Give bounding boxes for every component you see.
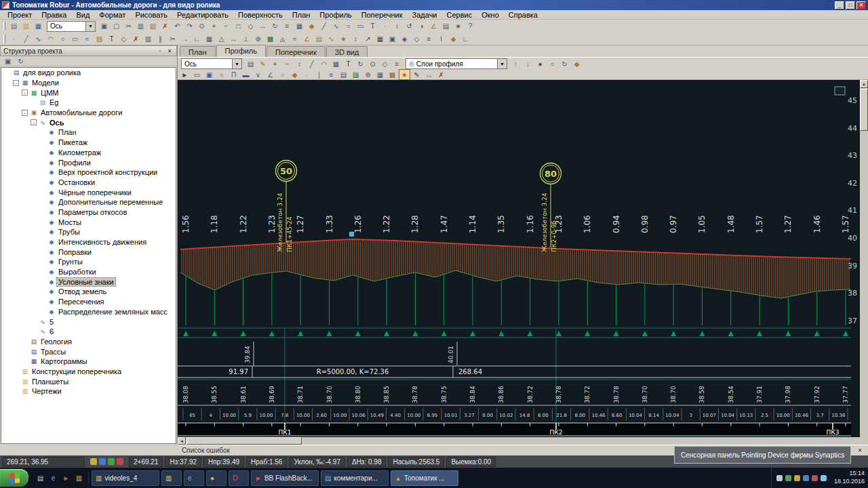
tray-icon[interactable] <box>776 475 783 481</box>
scroll-up-icon[interactable]: ▲ <box>860 80 868 88</box>
vertical-scroll-thumb[interactable] <box>860 89 868 131</box>
tree-item[interactable]: ▤ Геология <box>1 337 176 347</box>
taskbar-window-button[interactable]: ▤ комментари... <box>321 470 389 486</box>
taskbar-window-button[interactable]: ▥ <box>161 470 182 486</box>
toolbar-grip[interactable] <box>3 22 5 30</box>
start-button[interactable] <box>0 469 28 487</box>
tree-item[interactable]: ◆ Мосты <box>1 217 176 227</box>
expand-icon[interactable] <box>13 388 19 394</box>
axis-combo[interactable]: Ось <box>47 21 96 32</box>
expand-icon[interactable] <box>39 149 45 155</box>
tree-item[interactable]: ◆ Грунты <box>1 257 176 267</box>
ungroup-icon[interactable]: ◇ <box>411 33 422 44</box>
close-button[interactable]: ✕ <box>856 1 866 9</box>
tree-filter-icon[interactable]: ▣ <box>2 56 14 66</box>
point-icon[interactable]: ∙ <box>379 21 391 32</box>
leader-icon[interactable]: ↗ <box>362 33 374 44</box>
measure-icon[interactable]: ∠ <box>428 21 439 32</box>
minimize-button[interactable]: _ <box>835 1 844 9</box>
join-icon[interactable]: ⊕ <box>252 33 264 44</box>
tree-item[interactable]: ◆ Километраж <box>1 148 176 158</box>
expand-icon[interactable] <box>39 249 45 255</box>
section-icon[interactable]: ▤ <box>313 33 325 44</box>
dimension-icon[interactable]: ↕ <box>350 33 361 44</box>
menu-edit[interactable]: Правка <box>37 11 71 19</box>
expand-icon[interactable] <box>39 199 45 205</box>
stretch-icon[interactable]: ↔ <box>228 33 239 44</box>
menu-window[interactable]: Окно <box>477 11 504 19</box>
delete-icon[interactable]: ✗ <box>159 21 171 32</box>
expand-icon[interactable]: - <box>13 80 19 86</box>
expand-icon[interactable] <box>39 239 45 245</box>
ie-quick-icon[interactable]: e <box>47 472 59 483</box>
expand-icon[interactable] <box>22 359 28 365</box>
elevations-icon[interactable]: ▤ <box>338 69 349 80</box>
rotate-icon[interactable]: ↺ <box>403 21 415 32</box>
scale-icon[interactable]: △ <box>216 33 227 44</box>
kilometer-icon[interactable]: ◆ <box>289 69 300 80</box>
tree-item[interactable]: ◆ Выработки <box>1 267 176 277</box>
draw-ditch-icon[interactable]: ∨ <box>252 69 264 80</box>
profile-select-icon[interactable]: ▤ <box>245 58 256 69</box>
zoom-extents-icon[interactable]: ◇ <box>245 21 256 32</box>
settings-icon[interactable]: ∗ <box>452 21 464 32</box>
slope-icon[interactable]: ∠ <box>301 33 313 44</box>
tree-item[interactable]: ◆ Профили <box>1 157 176 167</box>
tree-item[interactable]: ▦ Картограммы <box>1 357 176 367</box>
tree-item[interactable]: ∿ 6 <box>1 327 176 337</box>
open-folder-icon[interactable]: ▥ <box>20 21 32 32</box>
contours-icon[interactable]: ≈ <box>289 33 300 44</box>
taskbar-window-button[interactable]: ▥ videoles_4 <box>92 470 159 486</box>
tree-item[interactable]: ▥ Конструкции поперечника <box>1 367 176 377</box>
tree-item[interactable]: ◆ Условные знаки <box>1 277 176 287</box>
menu-profile[interactable]: Профиль <box>315 11 357 19</box>
hide-layer-icon[interactable]: ○ <box>547 58 558 69</box>
taskbar-window-button[interactable]: e <box>184 470 204 486</box>
expand-icon[interactable] <box>39 219 45 225</box>
tree-item[interactable]: - ▣ Автомобильные дороги <box>1 108 176 118</box>
zoom-window-icon[interactable]: □ <box>233 21 244 32</box>
help-icon[interactable]: ? <box>465 21 476 32</box>
snap-toggle-icon[interactable]: ◆ <box>448 33 459 44</box>
show-all-icon[interactable]: ● <box>534 58 546 69</box>
ortho-icon[interactable]: ∟ <box>460 33 471 44</box>
tree-item[interactable]: ◆ Трубы <box>1 227 176 237</box>
node-edit-icon[interactable]: ◇ <box>118 33 130 44</box>
tree-item[interactable]: - ∿ Ось <box>1 117 176 127</box>
tree-item[interactable]: ◆ Дополнительные переменные <box>1 197 176 207</box>
select-window-icon[interactable]: ▭ <box>191 69 203 80</box>
expand-icon[interactable] <box>4 70 10 76</box>
tree-item[interactable]: ◆ План <box>1 127 176 138</box>
undo-icon[interactable]: ↶ <box>172 21 183 32</box>
horizontal-scroll-thumb[interactable] <box>186 437 302 445</box>
expand-icon[interactable] <box>39 189 45 195</box>
redo-icon[interactable]: ↷ <box>184 21 195 32</box>
expand-icon[interactable] <box>31 329 37 335</box>
taskbar-window-button[interactable]: ► BB FlashBack... <box>251 470 319 486</box>
geology-layer-icon[interactable]: ▩ <box>387 69 398 80</box>
expand-icon[interactable] <box>39 308 45 314</box>
menu-surface[interactable]: Поверхность <box>233 11 288 19</box>
measure-profile-icon[interactable]: ↔ <box>423 69 435 80</box>
grid-icon[interactable]: ▦ <box>294 21 305 32</box>
close-panel-icon[interactable]: ✕ <box>165 47 174 55</box>
tree-item[interactable]: ◆ Отвод земель <box>1 287 176 297</box>
fit-icon[interactable]: ◇ <box>379 58 391 69</box>
tree-item[interactable]: ◆ Пикетаж <box>1 138 176 148</box>
tree-item[interactable]: - ▩ ЦММ <box>1 87 176 98</box>
tree-item[interactable]: ▥ Планшеты <box>1 376 176 386</box>
find-icon[interactable]: ⊙ <box>196 21 208 32</box>
ordinate-icon[interactable]: | <box>313 69 325 80</box>
layer-up-icon[interactable]: ↑ <box>510 58 521 69</box>
menu-plan[interactable]: План <box>288 11 315 19</box>
expand-icon[interactable] <box>31 100 37 106</box>
tray-icon[interactable] <box>794 475 800 481</box>
refresh-layers-icon[interactable]: ↻ <box>559 58 570 69</box>
menu-tasks[interactable]: Задачи <box>408 11 442 19</box>
draw-spline-icon[interactable]: ≈ <box>81 33 93 44</box>
polyline-icon[interactable]: ∿ <box>330 21 342 32</box>
zoom-in-icon[interactable]: + <box>208 21 220 32</box>
tree-item[interactable]: ◆ Чёрные поперечники <box>1 187 176 197</box>
layer-down-icon[interactable]: ↓ <box>522 58 534 69</box>
tree-refresh-icon[interactable]: ↻ <box>15 56 26 66</box>
